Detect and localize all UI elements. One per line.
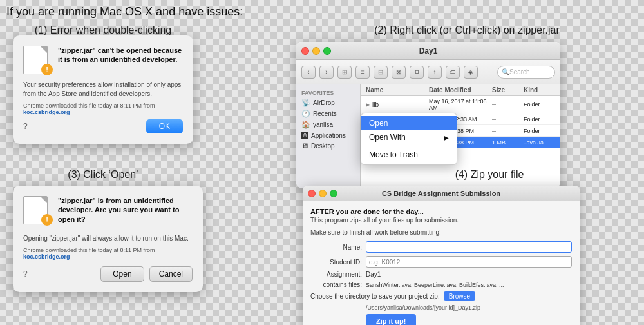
chrome-note2: Chrome downloaded this file today at 8:1…: [23, 247, 155, 253]
sidebar-item-applications[interactable]: 🅰 Applications: [296, 130, 360, 141]
tag-button[interactable]: 🏷: [446, 66, 460, 79]
view-col-button[interactable]: ⊟: [374, 66, 388, 79]
ctx-open[interactable]: Open: [361, 116, 457, 130]
sidebar-favorites-label: Favorites: [296, 90, 360, 97]
csbridge-desc2: Make sure to finish all work before subm…: [310, 229, 572, 236]
submenu-arrow-icon: ▶: [444, 134, 449, 141]
row-filename: lib: [372, 101, 379, 108]
name-field-row: Name:: [310, 241, 572, 253]
ctx-trash-label: Move to Trash: [369, 150, 418, 159]
dialog2-buttons: Open Cancel: [100, 266, 193, 282]
chrome-note: Chrome downloaded this file today at 8:1…: [23, 103, 183, 115]
help-question2[interactable]: ?: [23, 270, 28, 279]
assignment-value: Day1: [366, 271, 381, 278]
search-box[interactable]: 🔍 Search: [497, 66, 555, 79]
csbridge-intro: AFTER you are done for the day...: [310, 208, 572, 215]
browse-button[interactable]: Browse: [444, 291, 475, 301]
student-id-input[interactable]: [366, 256, 572, 268]
help-question[interactable]: ?: [23, 122, 28, 131]
applications-icon: 🅰: [301, 132, 308, 139]
close-button2[interactable]: [308, 190, 316, 197]
col-size-header: Size: [492, 86, 524, 94]
expand-icon: ▶: [366, 102, 370, 108]
dialog2-chrome: Chrome downloaded this file today at 8:1…: [23, 247, 193, 260]
name-input[interactable]: [366, 241, 572, 253]
dialog-body: Your security preferences allow installa…: [23, 81, 183, 99]
panel1-label: (1) Error when double-clicking: [13, 25, 193, 36]
share-button[interactable]: ↑: [428, 66, 442, 79]
ctx-move-to-trash[interactable]: Move to Trash: [361, 148, 457, 162]
panel4-label: (4) Zip your file: [374, 169, 605, 181]
row-kind: Folder: [524, 101, 555, 108]
sidebar-applications-label: Applications: [311, 132, 346, 139]
finder-col-header: Name Date Modified Size Kind: [361, 84, 560, 96]
chrome-url2: koc.csbridge.org: [23, 253, 70, 260]
open-dialog: ! "zipper.jar" is from an unidentified d…: [13, 186, 203, 292]
traffic-lights2: [308, 190, 337, 197]
user-icon: 🏠: [301, 121, 310, 129]
ok-button[interactable]: OK: [146, 119, 183, 133]
col-kind-header: Kind: [524, 86, 555, 94]
ctx-open-label: Open: [369, 119, 388, 128]
row-size: --: [492, 116, 524, 123]
back-button[interactable]: ‹: [301, 66, 316, 79]
dialog-footer: ? OK: [23, 119, 183, 133]
open-button[interactable]: Open: [100, 266, 144, 282]
sidebar-desktop-label: Desktop: [311, 143, 335, 150]
dir-label: Choose the directory to save your projec…: [310, 293, 440, 300]
view-cover-button[interactable]: ⊠: [392, 66, 406, 79]
row-kind: Java Ja...: [524, 139, 555, 146]
close-button[interactable]: [301, 47, 309, 55]
table-row[interactable]: ▶ lib May 16, 2017 at 11:06 AM -- Folder: [361, 96, 560, 113]
dialog2-footer: ? Open Cancel: [23, 266, 193, 282]
col-name-header: Name: [366, 86, 429, 94]
sidebar-recents-label: Recents: [313, 110, 337, 117]
cancel-button[interactable]: Cancel: [149, 266, 193, 282]
finder-sidebar: Favorites 📡 AirDrop 🕐 Recents 🏠 yanlisa …: [296, 84, 361, 188]
dialog2-title: "zipper.jar" is from an unidentified dev…: [58, 196, 193, 224]
csbridge-titlebar: CS Bridge Assignment Submission: [303, 186, 580, 201]
dropbox-button[interactable]: ◈: [464, 66, 478, 79]
dialog2-body: Opening "zipper.jar" will always allow i…: [23, 234, 193, 243]
minimize-button[interactable]: [312, 47, 320, 55]
row-date: May 16, 2017 at 11:06 AM: [429, 98, 492, 111]
assignment-label: Assignment:: [310, 271, 362, 278]
ctx-open-with[interactable]: Open With ▶: [361, 130, 457, 144]
traffic-lights: [301, 47, 331, 55]
sidebar-airdrop-label: AirDrop: [313, 99, 335, 106]
zip-button[interactable]: Zip it up!: [366, 314, 416, 325]
error-dialog-box: ! "zipper.jar" can't be opened because i…: [13, 35, 193, 144]
maximize-button[interactable]: [323, 47, 331, 55]
action-button[interactable]: ⚙: [410, 66, 424, 79]
files-value: SanshWinter.java, BeeperLine.java, Build…: [366, 282, 504, 288]
row-size: --: [492, 101, 524, 108]
airdrop-icon: 📡: [301, 99, 310, 107]
context-menu: Open Open With ▶ Move to Trash: [361, 113, 457, 165]
maximize-button2[interactable]: [330, 190, 337, 197]
dialog-title: "zipper.jar" can't be opened because it …: [58, 46, 183, 64]
warning-badge: !: [41, 64, 53, 75]
sidebar-item-desktop[interactable]: 🖥 Desktop: [296, 141, 360, 151]
files-row: contains files: SanshWinter.java, Beeper…: [310, 281, 572, 288]
app-warning-icon2: !: [23, 196, 52, 224]
minimize-button2[interactable]: [319, 190, 327, 197]
name-label: Name:: [310, 244, 362, 251]
finder-titlebar: Day1: [296, 42, 560, 60]
student-id-row: Student ID:: [310, 256, 572, 268]
csbridge-window: CS Bridge Assignment Submission AFTER yo…: [303, 186, 580, 325]
sidebar-item-airdrop[interactable]: 📡 AirDrop: [296, 97, 360, 108]
forward-button[interactable]: ›: [319, 66, 334, 79]
sidebar-item-yanlisa[interactable]: 🏠 yanlisa: [296, 119, 360, 130]
warning-badge2: !: [41, 214, 53, 226]
view-icon-button[interactable]: ⊞: [337, 66, 352, 79]
view-list-button[interactable]: ≡: [355, 66, 370, 79]
student-id-label: Student ID:: [310, 259, 362, 266]
csbridge-title: CS Bridge Assignment Submission: [382, 190, 500, 197]
assignment-row: Assignment: Day1: [310, 271, 572, 278]
sidebar-yanlisa-label: yanlisa: [313, 121, 333, 128]
finder-toolbar: ‹ › ⊞ ≡ ⊟ ⊠ ⚙ ↑ 🏷 ◈ 🔍 Search: [296, 60, 560, 84]
desktop-icon: 🖥: [301, 142, 308, 150]
sidebar-item-recents[interactable]: 🕐 Recents: [296, 108, 360, 119]
row-kind: Folder: [524, 116, 555, 123]
ctx-separator: [361, 146, 457, 146]
